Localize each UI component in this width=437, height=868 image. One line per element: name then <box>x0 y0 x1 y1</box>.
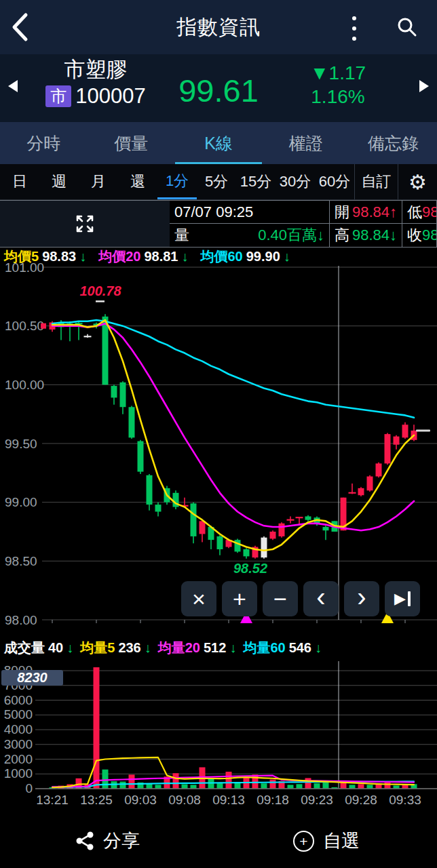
svg-text:2000: 2000 <box>4 752 33 766</box>
volume-chart-svg: 80007000600050004000300020001000013:2113… <box>0 661 437 814</box>
low-value: 98.75↑ <box>422 203 437 221</box>
svg-text:09:03: 09:03 <box>124 793 157 807</box>
jump-to-latest-button[interactable]: ▶ <box>385 581 420 616</box>
more-menu-icon[interactable] <box>347 15 361 42</box>
tab-intraday[interactable]: 分時 <box>0 122 88 164</box>
vma5-value: 236 <box>118 640 140 656</box>
quote-header: 市塑膠 市 100007 99.61 ▼1.17 1.16% <box>0 54 437 122</box>
open-cell: 開98.84↑ <box>330 201 402 224</box>
symbol-block: 市塑膠 市 100007 <box>38 58 153 108</box>
watchlist-label: 自選 <box>323 829 360 853</box>
period-5min[interactable]: 5分 <box>197 164 236 199</box>
top-bar: 指數資訊 <box>0 0 437 54</box>
bottom-bar: 分享 + 自選 <box>0 814 437 868</box>
svg-text:99.00: 99.00 <box>5 495 37 509</box>
period-60min[interactable]: 60分 <box>315 164 354 199</box>
svg-text:09:13: 09:13 <box>212 793 245 807</box>
volume-cell: 量0.40百萬↓ <box>170 224 330 247</box>
volume-value: 40 <box>48 640 63 656</box>
settings-gear-icon[interactable]: ⚙ <box>398 164 437 199</box>
step-prev-button[interactable]: ‹ <box>303 581 339 616</box>
svg-text:6000: 6000 <box>4 693 33 707</box>
vma5-arrow: ↓ <box>145 640 151 656</box>
change-block: ▼1.17 1.16% <box>303 61 373 108</box>
share-button[interactable]: 分享 <box>76 814 140 868</box>
volume-highlight-badge: 8230 <box>1 670 63 686</box>
close-value: 98.75↓ <box>422 226 437 244</box>
vma20-arrow: ↓ <box>229 640 236 656</box>
candle-datetime: 07/07 09:25 <box>170 201 330 224</box>
svg-text:99.50: 99.50 <box>5 437 37 451</box>
close-cell: 收98.75↓ <box>402 224 437 247</box>
add-watchlist-button[interactable]: + 自選 <box>293 814 360 868</box>
volume-chart[interactable]: 80007000600050004000300020001000013:2113… <box>0 661 437 814</box>
svg-text:100.50: 100.50 <box>5 319 44 333</box>
svg-text:0: 0 <box>25 781 33 795</box>
market-badge: 市 <box>45 85 71 107</box>
expand-icon <box>74 213 96 235</box>
tab-memo[interactable]: 備忘錄 <box>349 122 437 164</box>
prev-symbol-arrow-icon[interactable] <box>8 80 18 92</box>
share-icon <box>76 831 94 850</box>
ma5-value: 98.83 <box>42 249 76 264</box>
ma20-arrow: ↓ <box>182 249 189 264</box>
change-value: ▼1.17 <box>303 61 373 85</box>
vma60-arrow: ↓ <box>315 640 322 656</box>
tab-kline[interactable]: K線 <box>175 122 263 164</box>
high-cell: 高98.84↓ <box>330 224 402 247</box>
vma5-label: 均量5 <box>80 639 115 657</box>
period-15min[interactable]: 15分 <box>236 164 276 199</box>
vma60-label: 均量60 <box>243 639 285 657</box>
plus-circle-icon: + <box>293 831 314 852</box>
next-symbol-arrow-icon[interactable] <box>419 80 429 92</box>
period-week[interactable]: 週 <box>39 164 79 199</box>
svg-text:13:21: 13:21 <box>36 793 69 807</box>
svg-text:3000: 3000 <box>4 737 33 751</box>
close-crosshair-button[interactable]: × <box>181 581 216 616</box>
ma5-arrow: ↓ <box>79 249 86 264</box>
vma20-label: 均量20 <box>158 639 200 657</box>
zoom-in-button[interactable]: + <box>222 581 257 616</box>
zoom-out-button[interactable]: − <box>263 581 298 616</box>
period-day[interactable]: 日 <box>0 164 39 199</box>
step-next-button[interactable]: › <box>344 581 379 616</box>
active-tab-underline <box>175 162 263 164</box>
volume-arrow: ↓ <box>66 640 73 656</box>
volume-value: 0.40百萬↓ <box>258 225 329 245</box>
svg-text:98.50: 98.50 <box>5 554 37 568</box>
svg-text:09:08: 09:08 <box>168 793 201 807</box>
period-custom[interactable]: 自訂 <box>354 164 398 199</box>
open-value: 98.84↑ <box>352 203 402 221</box>
ohlc-info-table: 07/07 09:25 開98.84↑ 低98.75↑ 量0.40百萬↓ 高98… <box>0 200 437 248</box>
page-title: 指數資訊 <box>0 14 437 41</box>
svg-text:09:18: 09:18 <box>256 793 289 807</box>
volume-ma-legend: 成交量 40 ↓ 均量5 236 ↓ 均量20 512 ↓ 均量60 546 ↓ <box>0 634 437 661</box>
ma20-value: 98.81 <box>144 249 178 264</box>
svg-text:1000: 1000 <box>4 766 33 781</box>
svg-text:09:33: 09:33 <box>389 793 421 807</box>
svg-text:100.78: 100.78 <box>79 283 121 298</box>
svg-text:101.00: 101.00 <box>5 260 44 275</box>
change-percent: 1.16% <box>303 85 373 108</box>
svg-text:13:25: 13:25 <box>80 793 113 807</box>
ma20-label: 均價20 <box>98 248 140 266</box>
ma60-value: 99.90 <box>246 249 280 264</box>
search-icon[interactable] <box>396 16 418 38</box>
volume-label: 成交量 <box>4 639 45 657</box>
vma20-value: 512 <box>204 640 226 656</box>
period-bar: 日 週 月 還 1分 5分 15分 30分 60分 自訂 ⚙ <box>0 164 437 200</box>
period-1min[interactable]: 1分 <box>157 164 197 199</box>
period-adjusted[interactable]: 還 <box>118 164 157 199</box>
period-month[interactable]: 月 <box>79 164 118 199</box>
main-tabs: 分時 價量 K線 權證 備忘錄 <box>0 122 437 164</box>
svg-text:4000: 4000 <box>4 722 33 736</box>
svg-text:98.00: 98.00 <box>5 613 37 627</box>
period-30min[interactable]: 30分 <box>276 164 315 199</box>
expand-chart-button[interactable] <box>0 201 170 247</box>
tab-warrants[interactable]: 權證 <box>262 122 349 164</box>
svg-text:09:28: 09:28 <box>345 793 377 807</box>
symbol-code: 100007 <box>75 84 145 108</box>
price-chart[interactable]: 101.00100.50100.0099.5099.0098.5098.0010… <box>0 266 437 634</box>
svg-text:100.00: 100.00 <box>5 378 44 392</box>
tab-price-volume[interactable]: 價量 <box>88 122 175 164</box>
